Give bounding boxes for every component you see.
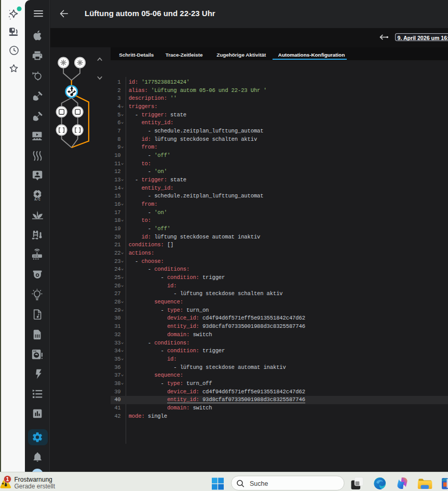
svg-text:Frostwarnung: Frostwarnung xyxy=(14,476,52,483)
svg-text:Suche: Suche xyxy=(250,480,268,487)
svg-text:1: 1 xyxy=(6,476,9,482)
svg-text:Gerade erstellt: Gerade erstellt xyxy=(14,483,55,490)
svg-text:A/C: A/C xyxy=(34,198,40,202)
